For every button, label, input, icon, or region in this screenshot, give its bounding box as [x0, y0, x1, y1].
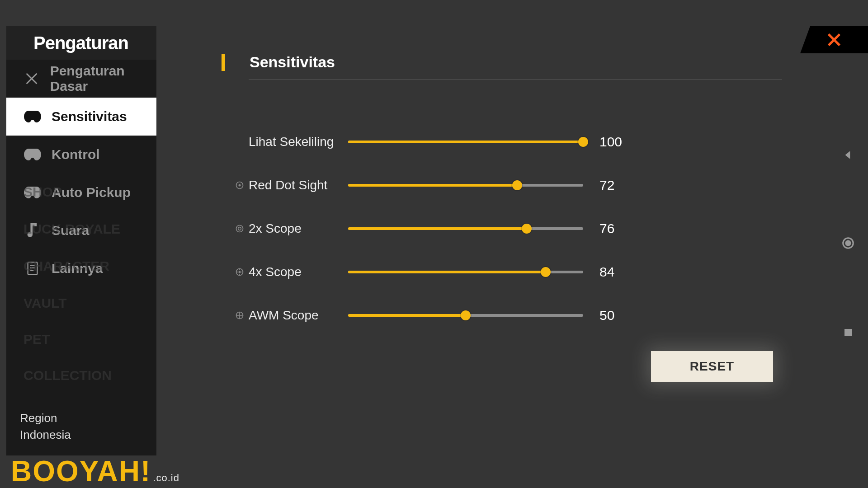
slider-track[interactable]	[348, 227, 583, 230]
section-accent-bar	[222, 54, 225, 71]
edge-record-icon[interactable]	[840, 235, 856, 251]
watermark-domain: .co.id	[153, 472, 179, 484]
sidebar-item-others[interactable]: Lainnya	[6, 249, 156, 287]
slider-track[interactable]	[348, 271, 583, 273]
slider-thumb[interactable]	[578, 137, 588, 147]
slider-value: 72	[599, 178, 640, 193]
watermark: BOOYAH! .co.id	[11, 455, 179, 488]
music-note-icon	[24, 223, 42, 238]
slider-label: AWM Scope	[249, 308, 344, 323]
sidebar-item-label: Suara	[52, 223, 89, 238]
gamepad-icon	[24, 111, 42, 122]
slider-thumb[interactable]	[461, 310, 471, 320]
bg-ghost-vault: VAULT	[24, 296, 67, 311]
gamepad-icon	[24, 187, 42, 198]
wrench-icon	[24, 71, 40, 86]
slider-value: 84	[599, 264, 640, 280]
slider-track[interactable]	[348, 141, 583, 143]
slider-track[interactable]	[348, 184, 583, 187]
sidebar-item-basic[interactable]: Pengaturan Dasar	[6, 60, 156, 98]
scope-icon	[231, 224, 249, 233]
sidebar-item-label: Kontrol	[52, 147, 100, 162]
reset-button[interactable]: RESET	[651, 351, 773, 382]
sidebar-item-sensitivity[interactable]: Sensitivitas	[6, 98, 156, 136]
svg-point-2	[239, 184, 240, 186]
sidebar-item-sound[interactable]: Suara	[6, 211, 156, 249]
sidebar-title: Pengaturan	[6, 26, 156, 60]
slider-fill	[348, 184, 517, 187]
region-label: Region	[20, 411, 71, 425]
slider-fill	[348, 227, 527, 230]
slider-row: 4x Scope84	[231, 250, 850, 294]
sidebar-item-autopickup[interactable]: Auto Pickup	[6, 174, 156, 211]
bg-ghost-pet: PET	[24, 332, 50, 347]
section-underline	[249, 79, 782, 80]
slider-fill	[348, 314, 466, 317]
slider-fill	[348, 141, 583, 143]
slider-value: 50	[599, 308, 640, 323]
scope-icon	[231, 267, 249, 277]
scope-icon	[231, 181, 249, 190]
slider-label: 2x Scope	[249, 221, 344, 236]
slider-label: Red Dot Sight	[249, 178, 344, 192]
main-panel: Sensitivitas Lihat Sekeliling100Red Dot …	[172, 26, 850, 474]
scope-icon	[231, 311, 249, 320]
sidebar-item-label: Sensitivitas	[52, 109, 127, 124]
slider-value: 76	[599, 221, 640, 236]
sidebar-item-label: Lainnya	[52, 261, 103, 276]
sidebar-item-label: Pengaturan Dasar	[50, 63, 156, 94]
region-block: Region Indonesia	[20, 411, 71, 442]
slider-row: Red Dot Sight72	[231, 164, 850, 207]
sidebar-item-label: Auto Pickup	[52, 185, 131, 200]
slider-row: 2x Scope76	[231, 207, 850, 250]
edge-prev-icon[interactable]	[840, 147, 856, 163]
sidebar-item-control[interactable]: Kontrol	[6, 136, 156, 174]
bg-ghost-collection: COLLECTION	[24, 368, 112, 383]
svg-point-3	[236, 225, 243, 232]
reset-button-label: RESET	[690, 359, 734, 374]
sidebar: Pengaturan Pengaturan Dasar Sensitivitas…	[6, 26, 156, 455]
svg-point-4	[238, 227, 241, 230]
svg-point-9	[846, 241, 850, 245]
document-icon	[24, 262, 42, 275]
slider-thumb[interactable]	[541, 267, 551, 277]
slider-label: Lihat Sekeliling	[249, 135, 344, 149]
section-title: Sensitivitas	[250, 53, 335, 71]
sliders-container: Lihat Sekeliling100Red Dot Sight722x Sco…	[231, 120, 850, 337]
slider-track[interactable]	[348, 314, 583, 317]
slider-label: 4x Scope	[249, 265, 344, 279]
slider-fill	[348, 271, 546, 273]
slider-thumb[interactable]	[522, 224, 532, 234]
slider-thumb[interactable]	[512, 180, 522, 190]
slider-row: AWM Scope50	[231, 294, 850, 337]
svg-rect-10	[844, 329, 852, 336]
gamepad-icon	[24, 149, 42, 160]
watermark-main: BOOYAH!	[11, 455, 151, 488]
edge-stop-icon[interactable]	[840, 324, 856, 341]
slider-value: 100	[599, 134, 640, 150]
region-value: Indonesia	[20, 428, 71, 442]
slider-row: Lihat Sekeliling100	[231, 120, 850, 164]
svg-point-6	[239, 271, 240, 272]
